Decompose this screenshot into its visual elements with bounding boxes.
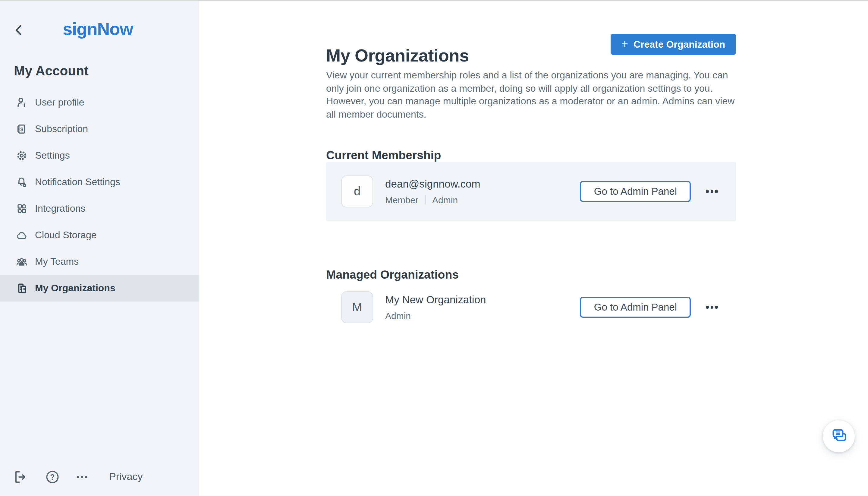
- role-badge-member: Member: [385, 195, 418, 205]
- subscription-icon: $: [16, 123, 28, 135]
- people-icon: [16, 256, 28, 268]
- membership-email: dean@signnow.com: [385, 178, 480, 190]
- main-area: My Organizations + Create Organization V…: [199, 1, 868, 496]
- app-window: signNow My Account User profile: [0, 0, 868, 496]
- sidebar-item-label: Notification Settings: [35, 177, 120, 188]
- membership-roles: Member Admin: [385, 195, 458, 205]
- logout-button[interactable]: [12, 469, 29, 486]
- create-organization-label: Create Organization: [633, 39, 725, 50]
- role-divider: [425, 196, 426, 204]
- row-more-button[interactable]: [706, 303, 718, 312]
- more-options-button[interactable]: [74, 469, 91, 486]
- privacy-link[interactable]: Privacy: [109, 471, 143, 483]
- role-badge-admin: Admin: [385, 311, 411, 321]
- buildings-icon: [16, 282, 28, 294]
- go-to-admin-panel-button[interactable]: Go to Admin Panel: [580, 297, 691, 318]
- sidebar-item-my-organizations[interactable]: My Organizations: [0, 275, 199, 301]
- signnow-logo[interactable]: signNow: [63, 19, 133, 39]
- sidebar-item-label: Subscription: [35, 124, 88, 135]
- row-more-button[interactable]: [706, 187, 718, 196]
- organization-roles: Admin: [385, 311, 411, 321]
- chat-fab-button[interactable]: [823, 420, 855, 452]
- sidebar-item-settings[interactable]: Settings: [0, 142, 199, 169]
- svg-text:?: ?: [50, 472, 54, 481]
- sidebar-item-cloud-storage[interactable]: Cloud Storage: [0, 222, 199, 248]
- sidebar-item-label: Cloud Storage: [35, 230, 97, 241]
- avatar: d: [341, 175, 373, 207]
- logout-icon: [13, 477, 28, 486]
- sidebar: signNow My Account User profile: [0, 1, 199, 496]
- chat-bubbles-icon: [830, 427, 847, 446]
- ellipsis-icon: [74, 477, 90, 486]
- organization-name: My New Organization: [385, 294, 486, 306]
- sidebar-menu: User profile $ Subscription: [0, 89, 199, 301]
- sidebar-item-label: My Teams: [35, 256, 79, 267]
- sidebar-item-label: Settings: [35, 150, 70, 161]
- sidebar-item-subscription[interactable]: $ Subscription: [0, 116, 199, 142]
- question-circle-icon: ?: [45, 477, 60, 486]
- sidebar-item-notification-settings[interactable]: Notification Settings: [0, 169, 199, 196]
- sidebar-item-label: User profile: [35, 97, 84, 108]
- page-title: My Organizations: [326, 46, 469, 66]
- chevron-left-icon: [12, 30, 27, 39]
- go-to-admin-panel-button[interactable]: Go to Admin Panel: [580, 181, 691, 202]
- membership-row: d dean@signnow.com Member Admin Go to Ad…: [326, 161, 736, 221]
- user-profile-icon: [16, 96, 28, 109]
- create-organization-button[interactable]: + Create Organization: [611, 34, 736, 55]
- back-button[interactable]: [12, 23, 27, 37]
- svg-text:$: $: [20, 127, 23, 133]
- sidebar-item-my-teams[interactable]: My Teams: [0, 248, 199, 275]
- bell-gear-icon: [16, 176, 28, 188]
- gear-icon: [16, 150, 28, 161]
- sidebar-item-user-profile[interactable]: User profile: [0, 89, 199, 116]
- page-description: View your current membership roles and a…: [326, 69, 737, 121]
- sidebar-section-title: My Account: [14, 63, 89, 79]
- cloud-icon: [16, 229, 28, 241]
- role-badge-admin: Admin: [432, 195, 458, 205]
- avatar: M: [341, 291, 373, 323]
- help-button[interactable]: ?: [44, 469, 61, 486]
- sidebar-item-integrations[interactable]: Integrations: [0, 196, 199, 222]
- section-heading-current-membership: Current Membership: [326, 148, 441, 162]
- sidebar-item-label: My Organizations: [35, 283, 115, 294]
- organization-row: M My New Organization Admin Go to Admin …: [326, 277, 736, 337]
- sidebar-footer: ? Privacy: [0, 469, 199, 486]
- plus-icon: +: [621, 38, 628, 49]
- integrations-icon: [16, 203, 28, 215]
- sidebar-item-label: Integrations: [35, 203, 85, 214]
